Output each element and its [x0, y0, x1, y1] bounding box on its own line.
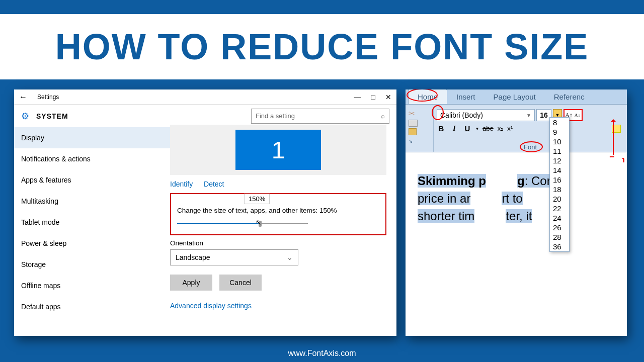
doc-line2b: rt to	[502, 192, 522, 205]
annotation-circle-sizedd	[432, 105, 444, 120]
word-ribbon: ✂ ↘ Calibri (Body) ▼ 16 ▼ A↑	[406, 105, 627, 152]
settings-sidebar: Display Notifications & actions Apps & f…	[14, 127, 170, 333]
italic-button[interactable]: I	[450, 124, 459, 133]
maximize-icon[interactable]: □	[371, 93, 375, 101]
identify-link[interactable]: Identify	[170, 180, 193, 188]
size-option[interactable]: 16	[550, 175, 569, 185]
sidebar-item-storage[interactable]: Storage	[14, 254, 170, 275]
clipboard-section: ✂ ↘	[406, 107, 434, 152]
main-area: ← Settings — □ ✕ ⚙ SYSTEM Find a setting…	[0, 79, 644, 336]
gear-icon: ⚙	[21, 111, 29, 122]
font-row-2: B I U ▾ abe x₂ x¹	[437, 124, 624, 133]
advanced-link[interactable]: Advanced display settings	[170, 302, 386, 310]
sidebar-item-apps[interactable]: Apps & features	[14, 169, 170, 191]
page-title: HOW TO REDUCE FONT SIZE	[55, 26, 589, 67]
clipboard-expand-icon[interactable]: ↘	[409, 138, 430, 144]
annotation-arrow	[613, 120, 614, 155]
size-option[interactable]: 11	[550, 146, 569, 156]
scale-highlight-box: 150% Change the size of text, apps, and …	[170, 193, 386, 235]
scale-slider[interactable]	[177, 223, 308, 224]
size-option[interactable]: 18	[550, 185, 569, 194]
size-option[interactable]: 22	[550, 204, 569, 213]
search-input[interactable]: Find a setting ⌕	[251, 109, 389, 124]
section-header: ⚙ SYSTEM Find a setting ⌕	[14, 105, 396, 127]
sidebar-item-multitasking[interactable]: Multitasking	[14, 191, 170, 212]
size-option[interactable]: 24	[550, 213, 569, 223]
detect-link[interactable]: Detect	[204, 180, 224, 188]
size-option[interactable]: 36	[550, 242, 569, 251]
tab-pagelayout[interactable]: Page Layout	[485, 89, 545, 104]
underline-button[interactable]: U	[463, 124, 472, 133]
monitor-1[interactable]: 1	[235, 130, 321, 170]
paste-icon[interactable]	[409, 128, 417, 135]
size-option[interactable]: 8	[550, 118, 569, 127]
settings-window: ← Settings — □ ✕ ⚙ SYSTEM Find a setting…	[14, 89, 396, 336]
font-row-1: Calibri (Body) ▼ 16 ▼ A↑ A↓	[437, 109, 624, 121]
bold-button[interactable]: B	[437, 124, 446, 133]
shrink-font-button[interactable]: A↓	[573, 110, 582, 120]
scale-tooltip: 150%	[244, 194, 270, 204]
tab-references[interactable]: Referenc	[545, 89, 594, 104]
minimize-icon[interactable]: —	[354, 93, 361, 101]
search-icon: ⌕	[381, 112, 385, 120]
back-icon[interactable]: ←	[19, 93, 27, 102]
word-tabs: Home Insert Page Layout Referenc	[406, 89, 627, 105]
window-titlebar: ← Settings — □ ✕	[14, 89, 396, 105]
doc-line2a: price in ar	[418, 192, 470, 205]
copy-icon[interactable]	[409, 120, 418, 127]
sidebar-item-notifications[interactable]: Notifications & actions	[14, 148, 170, 169]
title-banner: HOW TO REDUCE FONT SIZE	[0, 14, 644, 79]
display-links: Identify Detect	[170, 180, 386, 188]
slider-fill	[177, 223, 260, 224]
apply-button[interactable]: Apply	[170, 275, 212, 291]
font-name-dropdown[interactable]: Calibri (Body) ▼	[437, 109, 535, 121]
size-option[interactable]: 10	[550, 137, 569, 146]
orientation-dropdown[interactable]: Landscape ⌄	[170, 249, 298, 265]
strike-button[interactable]: abe	[482, 125, 494, 132]
section-title: SYSTEM	[36, 112, 68, 120]
doc-line1a: Skimming p	[418, 174, 486, 188]
size-option[interactable]: 28	[550, 232, 569, 242]
size-option[interactable]: 26	[550, 223, 569, 232]
chevron-down-icon: ⌄	[287, 253, 293, 261]
font-section: Calibri (Body) ▼ 16 ▼ A↑ A↓ B I U	[434, 107, 627, 152]
window-controls: — □ ✕	[354, 93, 391, 101]
document-text: Skimming pg: Cor price in arrt to shorte…	[418, 172, 615, 225]
display-settings-pane: 1 Identify Detect 150% Change the size o…	[170, 127, 396, 333]
window-title: Settings	[37, 94, 354, 101]
orientation-label: Orientation	[170, 239, 386, 247]
annotation-circle-font	[520, 141, 543, 152]
superscript-button[interactable]: x¹	[507, 125, 513, 132]
word-window: Home Insert Page Layout Referenc ✂ ↘ Cal…	[406, 89, 627, 336]
footer-url: www.FontAxis.com	[0, 349, 644, 358]
sidebar-item-maps[interactable]: Offline maps	[14, 275, 170, 296]
tab-insert[interactable]: Insert	[447, 89, 485, 104]
tab-home[interactable]: Home	[408, 89, 447, 104]
doc-line3a: shorter tim	[418, 209, 474, 223]
doc-line3b: ter, it	[506, 209, 532, 223]
content-row: Display Notifications & actions Apps & f…	[14, 127, 396, 333]
size-option[interactable]: 9	[550, 127, 569, 137]
font-section-label: Font	[524, 143, 537, 151]
document-area[interactable]: Skimming pg: Cor price in arrt to shorte…	[411, 157, 622, 328]
doc-line1b: g	[517, 174, 525, 188]
size-option[interactable]: 14	[550, 165, 569, 175]
sidebar-item-defaultapps[interactable]: Default apps	[14, 296, 170, 317]
cursor-icon: ↖	[256, 218, 262, 226]
subscript-button[interactable]: x₂	[498, 125, 504, 132]
sidebar-item-tablet[interactable]: Tablet mode	[14, 212, 170, 233]
sidebar-item-display[interactable]: Display	[14, 127, 170, 148]
font-size-dropdown-list[interactable]: 8 9 10 11 12 14 16 18 20 22 24 26 28 36	[549, 117, 570, 252]
scale-label: Change the size of text, apps, and other…	[177, 207, 379, 214]
underline-dd-icon[interactable]: ▾	[476, 126, 478, 131]
search-placeholder: Find a setting	[256, 112, 295, 120]
close-icon[interactable]: ✕	[385, 93, 391, 101]
orientation-value: Landscape	[176, 253, 210, 261]
size-option[interactable]: 12	[550, 156, 569, 165]
size-option[interactable]: 20	[550, 194, 569, 204]
monitor-preview: 1	[170, 125, 386, 175]
cut-icon[interactable]: ✂	[409, 109, 430, 118]
font-name-value: Calibri (Body)	[440, 111, 483, 119]
cancel-button[interactable]: Cancel	[219, 275, 262, 291]
sidebar-item-power[interactable]: Power & sleep	[14, 233, 170, 254]
